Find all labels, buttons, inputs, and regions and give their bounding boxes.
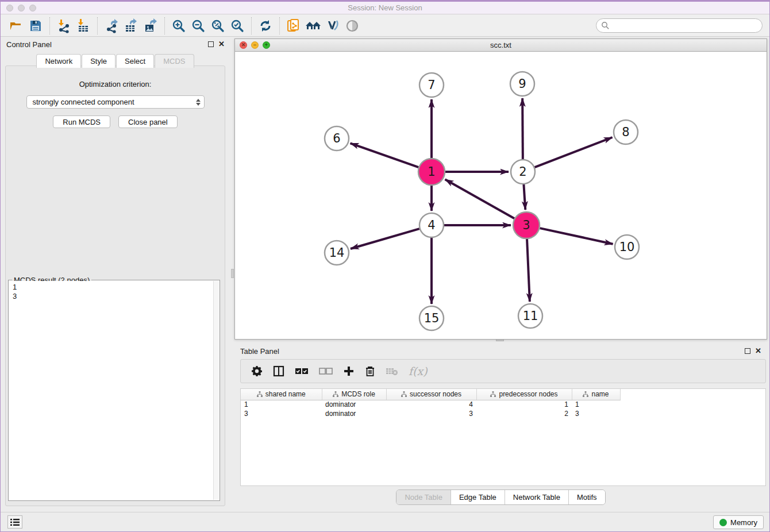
mcds-tab-content: Optimization criterion: strongly connect… bbox=[5, 65, 225, 506]
edge-2-3[interactable] bbox=[523, 184, 525, 210]
column-type-icon bbox=[257, 391, 263, 397]
deselect-all-icon[interactable] bbox=[319, 367, 333, 375]
select-all-icon[interactable] bbox=[295, 367, 309, 375]
list-icon bbox=[10, 518, 20, 526]
table-cell[interactable]: 2 bbox=[476, 409, 572, 418]
edge-3-11[interactable] bbox=[527, 239, 530, 302]
edge-4-14[interactable] bbox=[351, 229, 419, 249]
node-table[interactable]: shared nameMCDS rolesuccessor nodesprede… bbox=[240, 388, 766, 486]
home-icon[interactable] bbox=[303, 17, 323, 34]
graph-node-label-11: 11 bbox=[523, 309, 538, 323]
tab-select[interactable]: Select bbox=[116, 54, 154, 68]
float-table-panel-icon[interactable] bbox=[745, 348, 750, 354]
table-panel-title: Table Panel bbox=[240, 347, 279, 356]
table-cell[interactable]: dominator bbox=[322, 400, 386, 409]
tab-node-table[interactable]: Node Table bbox=[396, 490, 451, 504]
table-cell[interactable]: 1 bbox=[241, 400, 322, 409]
table-cell[interactable]: 4 bbox=[386, 400, 476, 409]
new-network-icon[interactable] bbox=[284, 17, 303, 34]
table-toolbar: f(x) bbox=[240, 359, 766, 383]
column-header-MCDS-role[interactable]: MCDS role bbox=[322, 389, 386, 400]
column-type-icon bbox=[583, 391, 588, 397]
graph-node-label-7: 7 bbox=[428, 78, 435, 92]
table-cell[interactable]: 3 bbox=[386, 409, 476, 418]
search-box[interactable] bbox=[596, 18, 763, 33]
network-window-title: scc.txt bbox=[235, 41, 767, 49]
tab-network-table[interactable]: Network Table bbox=[505, 490, 569, 504]
zoom-fit-icon[interactable] bbox=[208, 17, 228, 34]
column-header-predecessor-nodes[interactable]: predecessor nodes bbox=[476, 389, 572, 400]
tab-mcds[interactable]: MCDS bbox=[155, 54, 194, 68]
export-image-icon[interactable] bbox=[141, 17, 160, 34]
divider-handle[interactable] bbox=[231, 269, 234, 278]
task-history-button[interactable] bbox=[7, 515, 22, 529]
network-graph[interactable]: 1234678910111415 bbox=[235, 52, 767, 339]
table-panel: Table Panel ✕ bbox=[234, 344, 767, 512]
control-panel: Control Panel ✕ NetworkStyleSelectMCDS O… bbox=[1, 37, 230, 513]
table-row[interactable]: 1dominator411 bbox=[241, 400, 620, 409]
graph-node-label-2: 2 bbox=[519, 165, 526, 179]
search-input[interactable] bbox=[613, 22, 762, 30]
optimization-criterion-label: Optimization criterion: bbox=[6, 80, 225, 88]
run-mcds-button[interactable]: Run MCDS bbox=[53, 115, 110, 128]
export-network-icon[interactable] bbox=[102, 17, 121, 34]
titlebar: Session: New Session bbox=[1, 1, 769, 14]
table-header-row[interactable]: shared nameMCDS rolesuccessor nodesprede… bbox=[241, 389, 620, 400]
column-header-name[interactable]: name bbox=[572, 389, 620, 400]
tab-motifs[interactable]: Motifs bbox=[569, 490, 605, 504]
table-cell[interactable]: dominator bbox=[322, 409, 386, 418]
control-panel-tabs: NetworkStyleSelectMCDS bbox=[1, 54, 230, 68]
result-scrollbar[interactable] bbox=[213, 281, 219, 500]
close-panel-button[interactable]: Close panel bbox=[118, 115, 178, 128]
table-cell[interactable]: 3 bbox=[572, 409, 620, 418]
panel-divider-vertical[interactable] bbox=[230, 37, 234, 513]
graph-node-label-3: 3 bbox=[522, 218, 530, 232]
edge-2-9[interactable] bbox=[522, 98, 523, 159]
zoom-selected-icon[interactable] bbox=[228, 17, 247, 34]
import-network-icon[interactable] bbox=[54, 17, 74, 34]
float-panel-icon[interactable] bbox=[208, 41, 214, 47]
add-column-icon[interactable] bbox=[343, 365, 355, 377]
network-window-titlebar[interactable]: ✕ − + scc.txt bbox=[235, 39, 767, 52]
table-settings-gear-icon[interactable] bbox=[251, 365, 263, 377]
column-header-shared-name[interactable]: shared name bbox=[241, 389, 322, 400]
graph-node-label-15: 15 bbox=[424, 311, 440, 325]
zoom-in-icon[interactable] bbox=[169, 17, 188, 34]
table-cell[interactable]: 1 bbox=[476, 400, 572, 409]
table-cell[interactable]: 1 bbox=[572, 400, 620, 409]
close-table-panel-icon[interactable]: ✕ bbox=[755, 348, 761, 354]
zoom-out-icon[interactable] bbox=[188, 17, 208, 34]
refresh-icon[interactable] bbox=[256, 17, 275, 34]
table-body: 1dominator4113dominator323 bbox=[241, 400, 620, 418]
toolbar-separator bbox=[49, 17, 50, 34]
memory-status-icon bbox=[719, 519, 727, 526]
open-file-icon[interactable] bbox=[6, 17, 26, 34]
memory-button[interactable]: Memory bbox=[713, 515, 764, 529]
edge-3-1[interactable] bbox=[445, 179, 515, 218]
table-row[interactable]: 3dominator323 bbox=[241, 409, 620, 418]
tab-style[interactable]: Style bbox=[82, 54, 116, 68]
show-hide-icon[interactable] bbox=[342, 17, 362, 34]
export-table-icon[interactable] bbox=[121, 17, 141, 34]
close-panel-icon[interactable]: ✕ bbox=[218, 41, 225, 47]
tab-network[interactable]: Network bbox=[36, 54, 81, 68]
edge-2-8[interactable] bbox=[535, 137, 613, 167]
column-panel-icon[interactable] bbox=[273, 365, 284, 377]
import-table-icon[interactable] bbox=[74, 17, 93, 34]
toolbar-separator bbox=[164, 17, 165, 34]
mcds-result-text[interactable]: 1 3 bbox=[9, 281, 213, 500]
edge-3-10[interactable] bbox=[540, 228, 613, 244]
save-session-icon[interactable] bbox=[26, 17, 45, 34]
window-title: Session: New Session bbox=[1, 3, 769, 12]
table-tabgroup: Node TableEdge TableNetwork TableMotifs bbox=[396, 489, 605, 505]
vizmapper-icon[interactable] bbox=[323, 17, 342, 34]
delete-column-icon[interactable] bbox=[365, 365, 375, 377]
tab-edge-table[interactable]: Edge Table bbox=[451, 490, 505, 504]
select-stepper-icon bbox=[196, 99, 201, 106]
search-icon bbox=[601, 21, 610, 30]
edge-1-6[interactable] bbox=[351, 143, 419, 167]
app-window: Session: New Session bbox=[0, 0, 770, 532]
column-header-successor-nodes[interactable]: successor nodes bbox=[386, 389, 476, 400]
optimization-criterion-select[interactable]: strongly connected component bbox=[26, 95, 205, 109]
table-cell[interactable]: 3 bbox=[241, 409, 322, 418]
